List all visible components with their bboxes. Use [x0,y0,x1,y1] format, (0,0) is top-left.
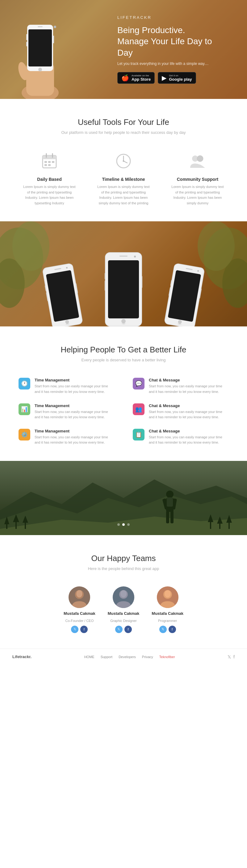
footer: Lifetrackr. HOME Support Developers Priv… [0,649,247,665]
features-grid: 🕐 Time Management Start from now, you ca… [19,378,228,445]
app-store-button[interactable]: 🍎 Available on the App Store [117,72,155,84]
footer-nav-privacy[interactable]: Privacy [142,655,153,659]
hero-phone-hand [9,6,71,99]
tools-section: Useful Tools For Your Life Our platform … [0,99,247,221]
svg-rect-21 [52,161,54,163]
hero-buttons: 🍎 Available on the App Store ▶ Get it on… [117,72,228,84]
svg-point-27 [123,160,125,162]
svg-point-62 [76,590,82,597]
svg-rect-12 [26,34,27,40]
feature-icon-time-1: 🕐 [19,378,30,390]
feat-title-2: Chat & Message [149,378,228,382]
feature-icon-chat-3: 📋 [133,429,144,440]
svg-rect-14 [53,35,54,43]
helping-subtitle: Every people is deserved to have a bette… [19,358,228,362]
footer-nav-teknofiber[interactable]: Teknofiber [159,655,175,659]
google-play-line2: Google play [169,77,192,82]
person-silhouette [161,489,179,526]
footer-nav-developers[interactable]: Developers [118,655,136,659]
feature-icon-chat-1: 💬 [133,378,144,390]
apple-icon: 🍎 [121,74,129,82]
footer-nav-home[interactable]: HOME [84,655,95,659]
team-member-1: Mustafa Cakmak Co-Founder / CEO 𝕏 f [64,586,96,633]
community-icon [188,152,207,170]
svg-rect-19 [44,161,47,163]
testimonial-dots [117,523,130,526]
svg-point-52 [166,491,174,498]
hero-section: LIFETRACKR Being Productive.Manage Your … [0,0,247,99]
member-3-role: Programmer [158,619,177,623]
phone-right: ◁ ▷ [164,263,205,327]
member-2-facebook[interactable]: f [125,626,132,633]
svg-rect-9 [38,26,43,27]
svg-rect-13 [26,42,27,46]
feat-title-3: Time Management [35,403,114,408]
feature-item-5: ⚙️ Time Management Start from now, you c… [19,429,114,445]
member-3-name: Mustafa Cakmak [151,611,183,616]
daily-icon-wrap [39,150,60,172]
feature-icon-time-3: ⚙️ [19,429,30,440]
community-icon-wrap [187,150,208,172]
helping-section: Helping People To Get a Better Life Ever… [0,327,247,461]
team-title: Our Happy Teams [12,554,235,563]
clock-icon [114,152,133,170]
footer-nav-support[interactable]: Support [101,655,113,659]
avatar-3 [157,586,178,608]
phone-left: ◁ ▷ [42,263,83,327]
team-member-2: Mustafa Cakmak Graphic Designer 𝕏 f [108,586,140,633]
dot-2[interactable] [122,523,125,526]
tool-desc-daily: Lorem Ipsum is simply dummy text of the … [22,184,77,206]
app-store-line2: App Store [132,77,151,82]
footer-facebook-icon[interactable]: f [234,654,235,659]
footer-brand: Lifetrackr. [12,654,32,659]
svg-rect-8 [28,29,52,66]
tools-title: Useful Tools For Your Life [12,118,235,127]
hero-subtitle: Let you track everything in your life wi… [117,62,228,66]
member-2-twitter[interactable]: 𝕏 [115,626,122,633]
mountain-svg [0,473,247,535]
feature-item-3: 📊 Time Management Start from now, you ca… [19,403,114,420]
svg-rect-56 [166,511,169,523]
feat-title-6: Chat & Message [149,429,228,433]
team-grid: Mustafa Cakmak Co-Founder / CEO 𝕏 f Must… [12,586,235,633]
svg-rect-58 [167,497,173,507]
member-3-socials: 𝕏 f [159,626,176,633]
svg-rect-22 [44,164,47,166]
app-store-line1: Available on the [132,74,151,77]
avatar-image-2 [113,586,134,608]
feat-desc-4: Start from now, you can easily manage yo… [149,409,228,420]
member-2-name: Mustafa Cakmak [108,611,140,616]
feat-title-1: Time Management [35,378,114,382]
member-1-socials: 𝕏 f [71,626,88,633]
feature-item-6: 📋 Chat & Message Start from now, you can… [133,429,228,445]
member-3-facebook[interactable]: f [169,626,176,633]
dot-1[interactable] [117,523,120,526]
phones-section: ◁ ▷ ◁ ▷ [0,221,247,327]
tool-item-timeline: Timeline & Milestone Lorem Ipsum is simp… [96,150,151,206]
member-1-facebook[interactable]: f [80,626,88,633]
feat-title-4: Chat & Message [149,403,228,408]
team-subtitle: Here is the people behind this great app [12,566,235,571]
member-3-twitter[interactable]: 𝕏 [159,626,167,633]
team-member-3: Mustafa Cakmak Programmer 𝕏 f [151,586,183,633]
dot-3[interactable] [127,523,130,526]
member-1-role: Co-Founder / CEO [66,619,94,623]
feature-icon-time-2: 📊 [19,403,30,415]
google-play-icon: ▶ [162,74,167,82]
member-1-twitter[interactable]: 𝕏 [71,626,78,633]
team-section: Our Happy Teams Here is the people behin… [0,535,247,649]
feat-desc-2: Start from now, you can easily manage yo… [149,383,228,395]
tool-desc-timeline: Lorem Ipsum is simply dummy text of the … [96,184,151,206]
avatar-image-3 [157,586,178,608]
hero-title: Being Productive.Manage Your Life Day to… [117,25,228,58]
member-2-role: Graphic Designer [110,619,137,623]
google-play-button[interactable]: ▶ Get it on Google play [158,72,196,84]
footer-social: 𝕏 f [227,654,235,659]
tool-title-community: Community Support [170,177,225,182]
svg-rect-57 [170,511,174,523]
svg-point-68 [165,590,171,597]
avatar-2 [113,586,134,608]
svg-point-10 [54,26,56,28]
member-2-socials: 𝕏 f [115,626,132,633]
footer-twitter-icon[interactable]: 𝕏 [227,654,231,659]
